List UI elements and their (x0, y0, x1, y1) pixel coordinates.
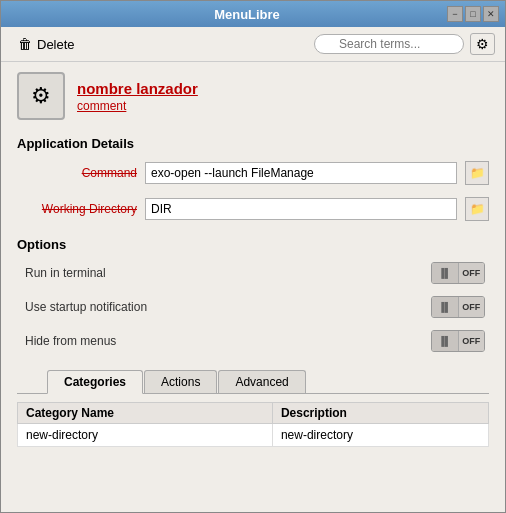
command-label: Command (17, 166, 137, 180)
col-description: Description (272, 403, 488, 424)
search-wrapper: 🔍 (314, 34, 464, 54)
toggle-on-label-2: OFF (459, 331, 485, 351)
settings-button[interactable]: ⚙ (470, 33, 495, 55)
option-label-2: Hide from menus (17, 334, 116, 348)
browse-icon: 📁 (470, 166, 485, 180)
toggle-off-indicator-1: ▐▌ (432, 297, 459, 317)
app-icon-glyph: ⚙ (31, 83, 51, 109)
app-header: ⚙ nombre lanzador comment (17, 72, 489, 120)
tab-actions[interactable]: Actions (144, 370, 217, 393)
toolbar: 🗑 Delete 🔍 ⚙ (1, 27, 505, 62)
options-section-label: Options (17, 237, 489, 252)
cell-category-name: new-directory (18, 424, 273, 447)
workdir-browse-button[interactable]: 📁 (465, 197, 489, 221)
option-label-1: Use startup notification (17, 300, 147, 314)
delete-button[interactable]: 🗑 Delete (11, 33, 82, 55)
workdir-label: Working Directory (17, 202, 137, 216)
close-button[interactable]: ✕ (483, 6, 499, 22)
main-window: MenuLibre − □ ✕ 🗑 Delete 🔍 ⚙ ⚙ (0, 0, 506, 513)
app-name[interactable]: nombre lanzador (77, 80, 198, 97)
trash-icon: 🗑 (18, 36, 32, 52)
app-icon[interactable]: ⚙ (17, 72, 65, 120)
window-controls: − □ ✕ (447, 6, 499, 22)
tabs-bar: Categories Actions Advanced (17, 370, 489, 394)
option-row-1: Use startup notification ▐▌ OFF (17, 296, 489, 318)
workdir-row: Working Directory 📁 (17, 197, 489, 221)
search-area: 🔍 ⚙ (314, 33, 495, 55)
tab-advanced[interactable]: Advanced (218, 370, 305, 393)
toggle-off-indicator: ▐▌ (432, 263, 459, 283)
toggle-off-indicator-2: ▐▌ (432, 331, 459, 351)
details-section-label: Application Details (17, 136, 489, 151)
workdir-browse-icon: 📁 (470, 202, 485, 216)
toggle-on-label: OFF (459, 263, 485, 283)
toggle-hide-from-menus[interactable]: ▐▌ OFF (431, 330, 485, 352)
app-comment[interactable]: comment (77, 99, 198, 113)
delete-label: Delete (37, 37, 75, 52)
table-body: new-directory new-directory (18, 424, 489, 447)
option-row-0: Run in terminal ▐▌ OFF (17, 262, 489, 284)
option-label-0: Run in terminal (17, 266, 106, 280)
toggle-on-label-1: OFF (459, 297, 485, 317)
command-browse-button[interactable]: 📁 (465, 161, 489, 185)
window-title: MenuLibre (47, 7, 447, 22)
category-table: Category Name Description new-directory … (17, 402, 489, 447)
option-row-2: Hide from menus ▐▌ OFF (17, 330, 489, 352)
minimize-button[interactable]: − (447, 6, 463, 22)
table-row[interactable]: new-directory new-directory (18, 424, 489, 447)
main-content: ⚙ nombre lanzador comment Application De… (1, 62, 505, 512)
workdir-input[interactable] (145, 198, 457, 220)
tab-categories[interactable]: Categories (47, 370, 143, 394)
table-header: Category Name Description (18, 403, 489, 424)
command-input[interactable] (145, 162, 457, 184)
maximize-button[interactable]: □ (465, 6, 481, 22)
toggle-startup-notification[interactable]: ▐▌ OFF (431, 296, 485, 318)
titlebar: MenuLibre − □ ✕ (1, 1, 505, 27)
toggle-run-in-terminal[interactable]: ▐▌ OFF (431, 262, 485, 284)
gear-icon: ⚙ (476, 36, 489, 52)
app-name-area: nombre lanzador comment (77, 80, 198, 113)
command-row: Command 📁 (17, 161, 489, 185)
col-category-name: Category Name (18, 403, 273, 424)
search-input[interactable] (314, 34, 464, 54)
cell-description: new-directory (272, 424, 488, 447)
